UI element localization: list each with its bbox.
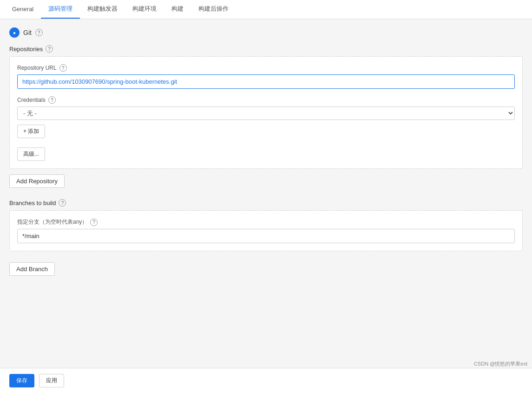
credentials-label: Credentials ? xyxy=(17,96,515,104)
branches-label: Branches to build ? xyxy=(9,199,523,206)
git-label: Git xyxy=(23,29,32,36)
add-credentials-button[interactable]: + 添加 xyxy=(17,125,45,138)
repositories-label: Repositories ? xyxy=(9,45,523,53)
repository-box: Repository URL ? Credentials ? - 无 - + 添… xyxy=(9,56,523,169)
credentials-select[interactable]: - 无 - xyxy=(17,107,515,120)
branch-field-help-icon[interactable]: ? xyxy=(90,219,98,226)
credentials-label-text: Credentials xyxy=(17,97,46,103)
save-button[interactable]: 保存 xyxy=(9,374,34,387)
git-section-header: ● Git ? xyxy=(9,27,523,38)
branches-label-text: Branches to build xyxy=(9,200,56,206)
repo-url-label-text: Repository URL xyxy=(17,65,57,71)
git-dot: ● xyxy=(9,27,20,38)
git-help-icon[interactable]: ? xyxy=(35,29,43,36)
add-branch-button[interactable]: Add Branch xyxy=(9,262,55,276)
branch-field-label-text: 指定分支（为空时代表any） xyxy=(17,218,87,226)
tab-bar: General 源码管理 构建触发器 构建环境 构建 构建后操作 xyxy=(0,0,532,19)
watermark: CSDN @愤怒的苹果ext xyxy=(474,360,527,367)
tab-post-build[interactable]: 构建后操作 xyxy=(191,0,236,19)
tab-source-management[interactable]: 源码管理 xyxy=(41,0,80,19)
add-repository-button[interactable]: Add Repository xyxy=(9,174,65,188)
tab-build-env[interactable]: 构建环境 xyxy=(125,0,164,19)
tab-general[interactable]: General xyxy=(5,1,41,18)
advanced-button[interactable]: 高级... xyxy=(17,147,45,161)
tab-build-triggers[interactable]: 构建触发器 xyxy=(80,0,125,19)
branch-box: 指定分支（为空时代表any） ? xyxy=(9,210,523,251)
repositories-help-icon[interactable]: ? xyxy=(46,45,53,53)
credentials-row: - 无 - xyxy=(17,107,515,120)
footer-bar: 保存 应用 xyxy=(0,368,532,393)
main-content: ● Git ? Repositories ? Repository URL ? … xyxy=(0,19,532,391)
credentials-help-icon[interactable]: ? xyxy=(48,96,56,104)
tab-build[interactable]: 构建 xyxy=(164,0,191,19)
repo-url-input[interactable] xyxy=(17,74,515,89)
repo-url-help-icon[interactable]: ? xyxy=(59,64,67,72)
repositories-text: Repositories xyxy=(9,46,43,53)
branch-field-label: 指定分支（为空时代表any） ? xyxy=(17,218,515,226)
branches-section: Branches to build ? 指定分支（为空时代表any） ? Add… xyxy=(9,199,523,276)
repo-url-label: Repository URL ? xyxy=(17,64,515,72)
branches-help-icon[interactable]: ? xyxy=(59,199,66,206)
apply-button[interactable]: 应用 xyxy=(39,374,64,387)
branch-input[interactable] xyxy=(17,229,515,243)
